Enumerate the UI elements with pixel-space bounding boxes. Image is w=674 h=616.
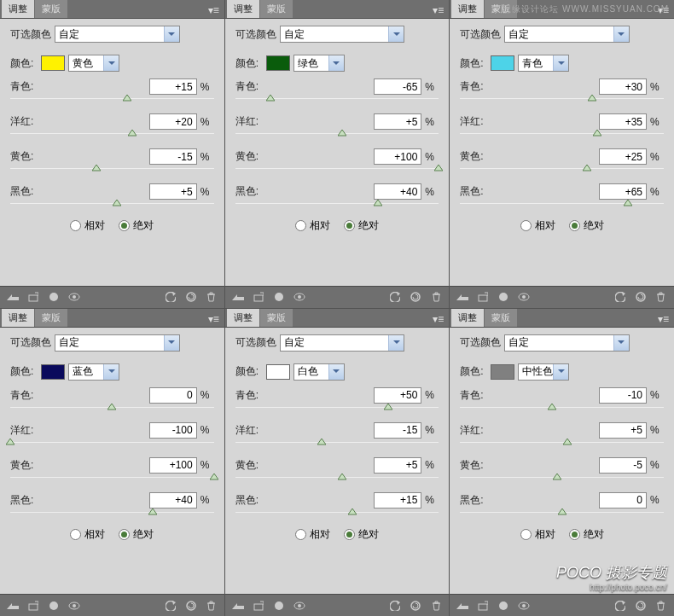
black-input[interactable] xyxy=(149,183,197,200)
reset-icon[interactable] xyxy=(633,598,648,613)
color-select[interactable]: 中性色 xyxy=(518,363,569,381)
layer-icon[interactable] xyxy=(496,598,511,613)
layer-icon[interactable] xyxy=(271,598,287,613)
back-icon[interactable] xyxy=(230,598,246,613)
yellow-input[interactable] xyxy=(374,457,421,474)
yellow-input[interactable] xyxy=(374,148,421,165)
cyan-input[interactable] xyxy=(149,387,197,404)
magenta-input[interactable] xyxy=(374,422,421,439)
color-select[interactable]: 绿色 xyxy=(293,55,345,72)
black-input[interactable] xyxy=(599,183,647,200)
prev-icon[interactable] xyxy=(163,598,178,613)
preset-select[interactable]: 自定 xyxy=(280,26,405,43)
radio-relative[interactable]: 相对 xyxy=(295,218,330,233)
preset-select[interactable]: 自定 xyxy=(504,26,630,43)
panel-menu-icon[interactable]: ▾≡ xyxy=(203,3,224,18)
expand-icon[interactable] xyxy=(26,289,41,305)
yellow-input[interactable] xyxy=(149,148,197,165)
cyan-input[interactable] xyxy=(374,387,421,404)
tab-mask[interactable]: 蒙版 xyxy=(485,309,517,327)
black-slider[interactable] xyxy=(10,201,214,212)
tab-adjust[interactable]: 调整 xyxy=(227,0,259,18)
color-select[interactable]: 白色 xyxy=(293,363,345,381)
preset-select[interactable]: 自定 xyxy=(280,334,405,352)
radio-absolute[interactable]: 绝对 xyxy=(344,218,379,233)
cyan-input[interactable] xyxy=(149,78,197,95)
magenta-slider[interactable] xyxy=(235,440,439,450)
magenta-input[interactable] xyxy=(599,113,647,130)
radio-absolute[interactable]: 绝对 xyxy=(569,527,604,542)
prev-icon[interactable] xyxy=(387,598,403,613)
cyan-slider[interactable] xyxy=(10,405,214,416)
yellow-slider[interactable] xyxy=(235,475,439,485)
black-slider[interactable] xyxy=(235,510,439,520)
expand-icon[interactable] xyxy=(251,598,266,613)
reset-icon[interactable] xyxy=(183,289,199,305)
prev-icon[interactable] xyxy=(163,289,178,305)
tab-adjust[interactable]: 调整 xyxy=(451,309,484,327)
color-select[interactable]: 青色 xyxy=(518,55,569,72)
eye-icon[interactable] xyxy=(67,289,82,305)
black-slider[interactable] xyxy=(10,510,214,520)
magenta-input[interactable] xyxy=(599,422,647,439)
color-select[interactable]: 黄色 xyxy=(68,55,119,72)
layer-icon[interactable] xyxy=(271,289,287,305)
yellow-slider[interactable] xyxy=(460,475,664,485)
trash-icon[interactable] xyxy=(204,598,219,613)
tab-mask[interactable]: 蒙版 xyxy=(35,309,67,327)
tab-adjust[interactable]: 调整 xyxy=(2,309,34,327)
cyan-slider[interactable] xyxy=(10,96,214,107)
radio-relative[interactable]: 相对 xyxy=(520,218,555,233)
radio-relative[interactable]: 相对 xyxy=(520,527,555,542)
cyan-slider[interactable] xyxy=(460,96,664,107)
radio-relative[interactable]: 相对 xyxy=(295,527,330,542)
cyan-input[interactable] xyxy=(599,78,647,95)
black-input[interactable] xyxy=(374,492,421,508)
tab-mask[interactable]: 蒙版 xyxy=(260,309,293,327)
magenta-slider[interactable] xyxy=(460,131,664,142)
trash-icon[interactable] xyxy=(428,289,444,305)
black-input[interactable] xyxy=(599,492,647,508)
layer-icon[interactable] xyxy=(496,289,511,305)
panel-menu-icon[interactable]: ▾≡ xyxy=(427,311,449,327)
black-slider[interactable] xyxy=(460,201,664,212)
radio-relative[interactable]: 相对 xyxy=(70,527,105,542)
prev-icon[interactable] xyxy=(613,598,628,613)
yellow-slider[interactable] xyxy=(235,166,439,177)
panel-menu-icon[interactable]: ▾≡ xyxy=(653,311,674,327)
tab-mask[interactable]: 蒙版 xyxy=(260,0,293,18)
cyan-input[interactable] xyxy=(599,387,647,404)
back-icon[interactable] xyxy=(455,598,470,613)
back-icon[interactable] xyxy=(455,289,470,305)
trash-icon[interactable] xyxy=(654,289,669,305)
reset-icon[interactable] xyxy=(633,289,648,305)
eye-icon[interactable] xyxy=(516,289,532,305)
back-icon[interactable] xyxy=(5,289,20,305)
tab-adjust[interactable]: 调整 xyxy=(2,0,34,18)
eye-icon[interactable] xyxy=(516,598,532,613)
black-input[interactable] xyxy=(149,492,197,508)
eye-icon[interactable] xyxy=(292,598,307,613)
preset-select[interactable]: 自定 xyxy=(55,334,180,352)
magenta-slider[interactable] xyxy=(10,131,214,142)
prev-icon[interactable] xyxy=(613,289,628,305)
layer-icon[interactable] xyxy=(46,289,61,305)
back-icon[interactable] xyxy=(5,598,20,613)
radio-absolute[interactable]: 绝对 xyxy=(344,527,379,542)
expand-icon[interactable] xyxy=(26,598,41,613)
magenta-input[interactable] xyxy=(149,113,197,130)
magenta-slider[interactable] xyxy=(460,440,664,450)
eye-icon[interactable] xyxy=(292,289,307,305)
preset-select[interactable]: 自定 xyxy=(504,334,630,352)
black-input[interactable] xyxy=(374,183,421,200)
panel-menu-icon[interactable]: ▾≡ xyxy=(427,3,449,18)
color-select[interactable]: 蓝色 xyxy=(68,363,119,381)
layer-icon[interactable] xyxy=(46,598,61,613)
cyan-input[interactable] xyxy=(374,78,421,95)
yellow-input[interactable] xyxy=(599,148,647,165)
trash-icon[interactable] xyxy=(428,598,444,613)
trash-icon[interactable] xyxy=(204,289,219,305)
reset-icon[interactable] xyxy=(408,289,423,305)
eye-icon[interactable] xyxy=(67,598,82,613)
magenta-input[interactable] xyxy=(149,422,197,439)
